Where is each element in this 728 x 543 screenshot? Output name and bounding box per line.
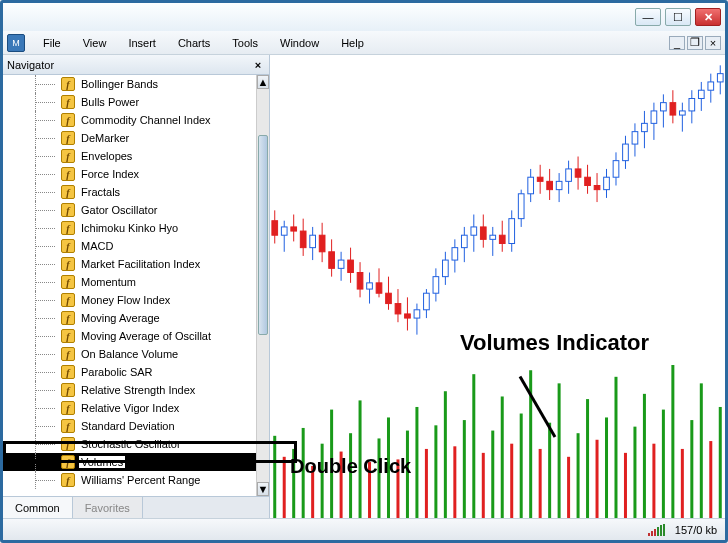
svg-rect-63 xyxy=(566,169,572,181)
scroll-thumb[interactable] xyxy=(258,135,268,335)
menu-window[interactable]: Window xyxy=(270,35,329,51)
svg-rect-21 xyxy=(367,283,373,289)
svg-rect-47 xyxy=(490,235,496,239)
svg-rect-41 xyxy=(461,235,467,247)
svg-rect-87 xyxy=(680,111,686,115)
candlestick-chart xyxy=(270,55,725,345)
indicator-label: Momentum xyxy=(79,276,138,288)
svg-rect-135 xyxy=(643,394,646,518)
mdi-restore-button[interactable]: ❐ xyxy=(687,36,703,50)
indicator-fractals[interactable]: fFractals xyxy=(3,183,256,201)
window-minimize-button[interactable]: — xyxy=(635,8,661,26)
function-icon: f xyxy=(61,185,75,199)
function-icon: f xyxy=(61,311,75,325)
indicator-moving-average-of-oscillat[interactable]: fMoving Average of Oscillat xyxy=(3,327,256,345)
indicator-demarker[interactable]: fDeMarker xyxy=(3,129,256,147)
svg-rect-136 xyxy=(652,444,655,518)
svg-rect-55 xyxy=(528,177,534,194)
indicator-williams-percent-range[interactable]: fWilliams' Percent Range xyxy=(3,471,256,489)
titlebar: — ☐ ✕ xyxy=(3,3,725,31)
svg-rect-57 xyxy=(537,177,543,181)
tab-common[interactable]: Common xyxy=(3,497,73,518)
svg-rect-71 xyxy=(604,177,610,189)
svg-rect-29 xyxy=(405,314,411,318)
menubar: M FileViewInsertChartsToolsWindowHelp _ … xyxy=(3,31,725,55)
indicator-on-balance-volume[interactable]: fOn Balance Volume xyxy=(3,345,256,363)
svg-rect-128 xyxy=(577,433,580,518)
indicator-gator-oscillator[interactable]: fGator Oscillator xyxy=(3,201,256,219)
mdi-close-button[interactable]: × xyxy=(705,36,721,50)
svg-rect-126 xyxy=(558,383,561,518)
tab-favorites[interactable]: Favorites xyxy=(73,497,143,518)
svg-rect-39 xyxy=(452,248,458,260)
indicator-label: Moving Average of Oscillat xyxy=(79,330,213,342)
function-icon: f xyxy=(61,275,75,289)
menu-file[interactable]: File xyxy=(33,35,71,51)
svg-rect-140 xyxy=(690,420,693,518)
mdi-minimize-button[interactable]: _ xyxy=(669,36,685,50)
svg-rect-91 xyxy=(698,90,704,98)
volumes-highlight-box xyxy=(3,441,297,463)
window-close-button[interactable]: ✕ xyxy=(695,8,721,26)
indicator-standard-deviation[interactable]: fStandard Deviation xyxy=(3,417,256,435)
menu-view[interactable]: View xyxy=(73,35,117,51)
indicator-commodity-channel-index[interactable]: fCommodity Channel Index xyxy=(3,111,256,129)
navigator-title: Navigator xyxy=(7,59,54,71)
menu-charts[interactable]: Charts xyxy=(168,35,220,51)
indicator-relative-strength-index[interactable]: fRelative Strength Index xyxy=(3,381,256,399)
svg-rect-75 xyxy=(623,144,629,161)
function-icon: f xyxy=(61,401,75,415)
function-icon: f xyxy=(61,77,75,91)
function-icon: f xyxy=(61,347,75,361)
indicator-bollinger-bands[interactable]: fBollinger Bands xyxy=(3,75,256,93)
navigator-titlebar: Navigator × xyxy=(3,55,269,75)
function-icon: f xyxy=(61,257,75,271)
indicator-money-flow-index[interactable]: fMoney Flow Index xyxy=(3,291,256,309)
app-window: — ☐ ✕ M FileViewInsertChartsToolsWindowH… xyxy=(0,0,728,543)
annotation-double-click: Double Click xyxy=(290,455,411,478)
indicator-envelopes[interactable]: fEnvelopes xyxy=(3,147,256,165)
svg-rect-83 xyxy=(661,103,667,111)
indicator-label: Relative Vigor Index xyxy=(79,402,181,414)
scroll-down-button[interactable]: ▼ xyxy=(257,482,269,496)
indicator-label: Money Flow Index xyxy=(79,294,172,306)
window-maximize-button[interactable]: ☐ xyxy=(665,8,691,26)
svg-rect-131 xyxy=(605,417,608,518)
svg-rect-59 xyxy=(547,181,553,189)
svg-rect-116 xyxy=(463,420,466,518)
svg-rect-33 xyxy=(424,293,430,310)
indicator-label: Envelopes xyxy=(79,150,134,162)
menu-insert[interactable]: Insert xyxy=(118,35,166,51)
svg-rect-121 xyxy=(510,444,513,518)
indicator-label: Fractals xyxy=(79,186,122,198)
indicator-label: MACD xyxy=(79,240,115,252)
svg-rect-11 xyxy=(319,235,325,252)
menu-tools[interactable]: Tools xyxy=(222,35,268,51)
tree-scrollbar[interactable]: ▲ ▼ xyxy=(256,75,269,496)
svg-rect-114 xyxy=(444,391,447,518)
indicator-label: Ichimoku Kinko Hyo xyxy=(79,222,180,234)
indicator-momentum[interactable]: fMomentum xyxy=(3,273,256,291)
indicator-macd[interactable]: fMACD xyxy=(3,237,256,255)
svg-rect-129 xyxy=(586,399,589,518)
indicator-relative-vigor-index[interactable]: fRelative Vigor Index xyxy=(3,399,256,417)
indicator-market-facilitation-index[interactable]: fMarket Facilitation Index xyxy=(3,255,256,273)
svg-rect-23 xyxy=(376,283,382,293)
menu-help[interactable]: Help xyxy=(331,35,374,51)
indicator-ichimoku-kinko-hyo[interactable]: fIchimoku Kinko Hyo xyxy=(3,219,256,237)
indicator-moving-average[interactable]: fMoving Average xyxy=(3,309,256,327)
function-icon: f xyxy=(61,221,75,235)
svg-rect-139 xyxy=(681,449,684,518)
svg-rect-127 xyxy=(567,457,570,518)
chart-area[interactable]: Volumes Indicator Double Click xyxy=(270,55,725,518)
indicator-label: Bollinger Bands xyxy=(79,78,160,90)
scroll-up-button[interactable]: ▲ xyxy=(257,75,269,89)
function-icon: f xyxy=(61,473,75,487)
indicator-force-index[interactable]: fForce Index xyxy=(3,165,256,183)
indicator-label: Parabolic SAR xyxy=(79,366,155,378)
navigator-close-button[interactable]: × xyxy=(251,58,265,72)
function-icon: f xyxy=(61,113,75,127)
indicator-parabolic-sar[interactable]: fParabolic SAR xyxy=(3,363,256,381)
function-icon: f xyxy=(61,95,75,109)
indicator-bulls-power[interactable]: fBulls Power xyxy=(3,93,256,111)
